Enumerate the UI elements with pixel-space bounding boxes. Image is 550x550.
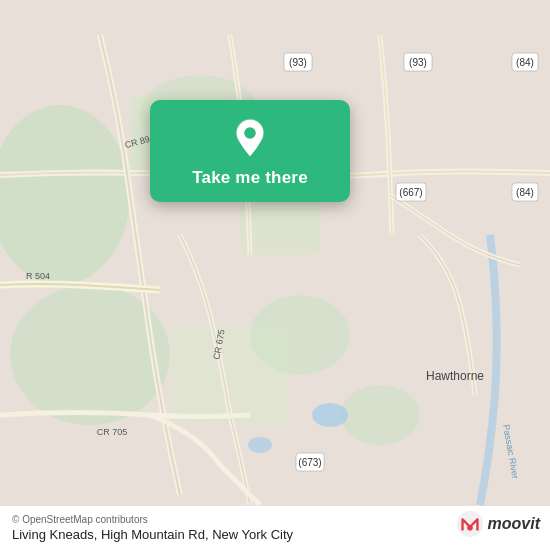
take-me-there-button[interactable]: Take me there bbox=[192, 168, 308, 188]
svg-text:(673): (673) bbox=[298, 457, 321, 468]
svg-text:CR 705: CR 705 bbox=[97, 427, 128, 437]
svg-text:(84): (84) bbox=[516, 187, 534, 198]
moovit-logo: moovit bbox=[456, 510, 540, 538]
moovit-brand-icon bbox=[456, 510, 484, 538]
svg-text:Hawthorne: Hawthorne bbox=[426, 369, 484, 383]
svg-text:(93): (93) bbox=[289, 57, 307, 68]
svg-text:R 504: R 504 bbox=[26, 271, 50, 281]
svg-point-31 bbox=[456, 511, 482, 537]
svg-text:(93): (93) bbox=[409, 57, 427, 68]
location-pin-icon bbox=[230, 118, 270, 158]
svg-text:Passaic River: Passaic River bbox=[501, 424, 520, 480]
svg-point-4 bbox=[340, 385, 420, 445]
svg-point-9 bbox=[248, 437, 272, 453]
map-container: (93) (93) (84) (84) (667) CR 89 R 504 CR… bbox=[0, 0, 550, 550]
svg-text:(667): (667) bbox=[399, 187, 422, 198]
map-svg: (93) (93) (84) (84) (667) CR 89 R 504 CR… bbox=[0, 0, 550, 550]
svg-point-32 bbox=[467, 525, 473, 531]
svg-point-30 bbox=[244, 127, 256, 139]
moovit-brand-text: moovit bbox=[488, 515, 540, 533]
popup-card[interactable]: Take me there bbox=[150, 100, 350, 202]
svg-point-8 bbox=[312, 403, 348, 427]
svg-point-0 bbox=[0, 105, 130, 285]
svg-text:(84): (84) bbox=[516, 57, 534, 68]
